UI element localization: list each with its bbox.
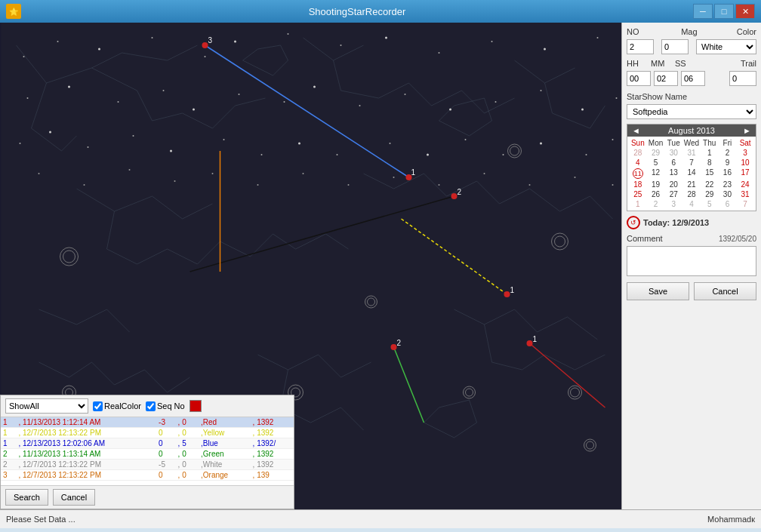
cal-day[interactable]: 4 [629,158,647,168]
cal-day[interactable]: 23 [719,180,737,189]
svg-point-119 [340,45,342,46]
table-row[interactable]: 2 , 12/7/2013 12:13:22 PM -5 , 0 ,White … [1,460,294,470]
cancel-button[interactable]: Cancel [694,282,756,300]
cal-day[interactable]: 19 [647,180,665,189]
seqno-checkbox[interactable] [146,401,156,411]
cal-day[interactable]: 1 [629,199,647,209]
cal-day[interactable]: 9 [719,158,737,168]
cal-day[interactable]: 5 [701,199,719,209]
today-icon: ↺ [627,216,640,229]
table-row[interactable]: 3 , 12/7/2013 12:13:22 PM 0 , 0 ,Orange … [1,470,294,481]
cal-day[interactable]: 27 [664,189,682,199]
svg-point-150 [427,154,429,156]
cal-day[interactable]: 6 [664,158,682,168]
blp-cancel-button[interactable]: Cancel [53,489,95,506]
cal-day[interactable]: 29 [647,148,665,158]
today-label: Today: 12/9/2013 [643,218,709,227]
color-select[interactable]: White Red Yellow Blue Green Orange [696,39,756,54]
svg-point-123 [544,48,546,51]
cal-prev-button[interactable]: ◄ [630,126,642,135]
close-button[interactable]: ✕ [735,4,755,19]
table-scroll[interactable]: 1 , 11/13/2013 1:12:14 AM -3 , 0 ,Red , … [1,417,294,485]
cal-day[interactable]: 2 [647,199,665,209]
svg-point-138 [581,109,584,111]
cal-day[interactable]: 15 [701,168,719,180]
color-square[interactable] [189,400,202,412]
starshow-select[interactable]: Softpedia [627,104,756,119]
search-button[interactable]: Search [5,489,48,506]
cal-day[interactable]: 22 [701,180,719,189]
no-input[interactable] [627,39,654,54]
cal-day[interactable]: 6 [719,199,737,209]
cal-day[interactable]: 13 [664,168,682,180]
cal-day[interactable]: 3 [664,199,682,209]
cal-day[interactable]: 12 [647,168,665,180]
svg-point-142 [88,146,89,148]
cal-day[interactable]: 25 [629,189,647,199]
cal-day[interactable]: 7 [682,158,701,168]
svg-point-154 [586,154,587,155]
seqno-checkbox-label[interactable]: Seq No [146,401,185,411]
cal-day[interactable]: 31 [736,189,754,199]
hh-input[interactable] [627,71,651,86]
cal-day[interactable]: 8 [701,158,719,168]
cal-day[interactable]: 24 [736,180,754,189]
minimize-button[interactable]: ─ [693,4,713,19]
table-row[interactable]: 1 , 11/13/2013 1:12:14 AM -3 , 0 ,Red , … [1,417,294,428]
ss-input[interactable] [681,71,705,86]
cal-day[interactable]: 14 [682,168,701,180]
cal-day[interactable]: 3 [736,148,754,158]
cal-day[interactable]: 28 [682,189,701,199]
table-row[interactable]: 1 , 12/7/2013 12:13:22 PM 0 , 0 ,Yellow … [1,428,294,438]
cal-day[interactable]: 2 [719,148,737,158]
table-row[interactable]: 2 , 11/13/2013 1:13:14 AM 0 , 0 ,Green ,… [1,449,294,460]
cal-day[interactable]: 21 [682,180,701,189]
cal-day[interactable]: 4 [682,199,701,209]
cal-day[interactable]: 11 [629,168,647,180]
cal-day[interactable]: 28 [629,148,647,158]
cal-day[interactable]: 30 [719,189,737,199]
realcolor-checkbox[interactable] [93,401,103,411]
time-labels-row: HH MM SS Trail [627,59,756,68]
cal-week-5: 25 26 27 28 29 30 31 [629,189,754,199]
svg-point-134 [405,94,406,95]
cal-day[interactable]: 1 [701,148,719,158]
save-button[interactable]: Save [627,282,689,300]
cal-day[interactable]: 18 [629,180,647,189]
svg-point-166 [484,173,485,174]
cal-day[interactable]: 7 [736,199,754,209]
svg-point-149 [390,143,391,144]
svg-point-141 [49,131,51,134]
svg-point-176 [451,193,458,199]
realcolor-checkbox-label[interactable]: RealColor [93,401,141,411]
table-row[interactable]: 1 , 12/13/2013 12:02:06 AM 0 , 5 ,Blue ,… [1,438,294,449]
comment-label: Comment [627,234,663,243]
cal-day[interactable]: 26 [647,189,665,199]
cal-day[interactable]: 31 [682,148,701,158]
cal-day[interactable]: 16 [719,168,737,180]
svg-point-127 [118,101,119,103]
trail-input[interactable] [729,71,756,86]
day-header-sun: Sun [629,138,647,148]
blp-footer: Search Cancel [1,485,294,509]
svg-point-144 [170,150,172,152]
cal-day[interactable]: 20 [664,180,682,189]
cal-day[interactable]: 29 [701,189,719,199]
mag-input[interactable] [661,39,689,54]
svg-text:3: 3 [208,36,213,45]
show-select[interactable]: ShowAll Show1 Show2 Show3 [5,398,88,414]
cal-day[interactable]: 10 [736,158,754,168]
cal-day[interactable]: 17 [736,168,754,180]
title-bar: ⭐ ShootingStarRecorder ─ □ ✕ [0,0,761,23]
mm-input[interactable] [654,71,678,86]
data-table: 1 , 11/13/2013 1:12:14 AM -3 , 0 ,Red , … [1,417,294,481]
cal-week-4: 18 19 20 21 22 23 24 [629,180,754,189]
svg-point-132 [313,86,316,88]
restore-button[interactable]: □ [714,4,734,19]
main-container: 3 1 2 1 2 1 NO [0,23,761,509]
cal-day[interactable]: 30 [664,148,682,158]
comment-textarea[interactable] [627,246,756,276]
cal-day[interactable]: 5 [647,158,665,168]
status-bar: Please Set Data ... Mohammadк [0,509,761,528]
cal-next-button[interactable]: ► [741,126,753,135]
